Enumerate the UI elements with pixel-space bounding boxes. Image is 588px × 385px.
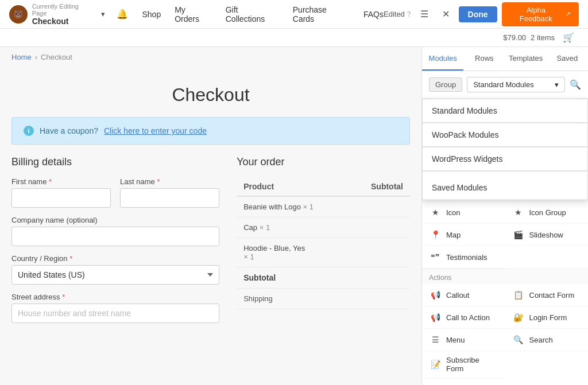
first-name-field: First name * [11,177,111,208]
module-search[interactable]: 🔍 Search [505,329,589,351]
company-input[interactable] [11,227,219,246]
company-field: Company name (optional) [11,216,219,246]
dropdown-item-saved[interactable]: Saved Modules [423,176,587,200]
tab-templates[interactable]: Templates [505,47,547,71]
module-contact-form[interactable]: 📋 Contact Form [505,284,589,306]
shipping-label: Shipping [237,289,349,309]
country-select[interactable]: United States (US) [11,265,219,285]
call-to-action-icon: 📢 [429,311,442,324]
module-call-to-action-label: Call to Action [446,313,490,322]
editing-info: Currently Editing Page Checkout [32,3,95,26]
table-row: Beanie with Logo × 1 [237,196,410,217]
page-selector-chevron[interactable]: ▾ [99,7,107,21]
feedback-label: Alpha Feedback [510,6,562,23]
done-button[interactable]: Done [459,6,497,22]
module-callout[interactable]: 📢 Callout [422,284,505,306]
item-name-2: Cap × 1 [237,217,349,238]
module-menu-label: Menu [446,336,465,344]
subscribe-form-icon: 📝 [429,358,442,371]
module-subscribe-form[interactable]: 📝 Subscribe Form [422,351,505,378]
company-row: Company name (optional) [11,216,219,246]
subtotal-header: Subtotal [349,177,410,196]
last-name-input[interactable] [120,188,219,208]
breadcrumb-home[interactable]: Home [11,53,32,61]
editing-page-name: Checkout [32,17,95,26]
panel-tabs: Modules Rows Templates Saved [422,47,588,71]
module-icon-label: Icon [446,208,461,217]
table-row: Hoodie - Blue, Yes × 1 [237,238,410,267]
search-icon-btn[interactable]: 🔍 [570,79,581,90]
notifications-icon[interactable]: 🔔 [112,6,133,22]
subtotal-row: Subtotal [237,267,410,289]
slideshow-icon: 🎬 [512,228,525,241]
nav-shop[interactable]: Shop [142,10,161,19]
module-subscribe-form-label: Subscribe Form [446,356,498,373]
map-icon: 📍 [429,228,442,241]
order-title: Your order [237,156,410,168]
shipping-value [349,289,410,309]
country-row: Country / Region * United States (US) [11,254,219,285]
main-layout: Home › Checkout Checkout i Have a coupon… [0,47,588,385]
nav-purchase-cards[interactable]: Purchase Cards [293,5,350,24]
tab-saved[interactable]: Saved [547,47,588,71]
section-title-actions: Actions [422,269,588,284]
country-label: Country / Region * [11,254,219,263]
nav-faqs[interactable]: FAQs [363,10,384,19]
nav-gift-collections[interactable]: Gift Collections [226,5,279,24]
coupon-link[interactable]: Click here to enter your code [104,126,207,135]
breadcrumb-current: Checkout [41,53,72,61]
group-dropdown-value: Standard Modules [473,80,534,89]
module-grid-actions: 📢 Callout 📋 Contact Form 📢 Call to Actio… [422,284,588,378]
required-star-4: * [62,293,65,301]
search-icon: 🔍 [512,333,525,346]
billing-section: Billing details First name * Last name * [11,156,219,331]
module-login-form-label: Login Form [529,313,567,322]
module-menu[interactable]: ☰ Menu [422,329,505,351]
module-slideshow[interactable]: 🎬 Slideshow [505,224,589,246]
cart-bar: $79.00 2 items 🛒 [0,29,588,47]
logo-area: 🐻 Currently Editing Page Checkout ▾ 🔔 [9,3,133,26]
module-search-label: Search [529,336,553,344]
subtotal-value [349,267,410,289]
table-row: Cap × 1 [237,217,410,238]
close-icon-btn[interactable]: ✕ [438,6,454,22]
module-call-to-action[interactable]: 📢 Call to Action [422,306,505,329]
street-row: Street address * [11,293,219,323]
login-form-icon: 🔐 [512,311,525,324]
module-icon[interactable]: ★ Icon [422,201,505,224]
street-input[interactable] [11,304,219,323]
callout-icon: 📢 [429,289,442,301]
item-name-1: Beanie with Logo × 1 [237,196,349,217]
first-name-input[interactable] [11,188,111,208]
subtotal-label: Subtotal [237,267,349,289]
top-bar-right: Edited ? ☰ ✕ Done Alpha Feedback ↗ [384,2,579,26]
right-panel: Modules Rows Templates Saved Group Stand… [421,47,588,385]
group-dropdown[interactable]: Standard Modules ▾ [467,77,565,92]
street-label: Street address * [11,293,219,301]
item-price-2 [349,217,410,238]
dropdown-item-standard[interactable]: Standard Modules [423,99,587,123]
info-icon: i [24,126,34,136]
list-icon-btn[interactable]: ☰ [416,6,433,22]
item-name-3: Hoodie - Blue, Yes × 1 [237,238,349,267]
checkout-body: Billing details First name * Last name * [0,156,421,343]
module-login-form[interactable]: 🔐 Login Form [505,306,589,329]
tab-modules[interactable]: Modules [422,47,463,71]
cart-price: $79.00 [503,33,526,42]
dropdown-item-wordpress[interactable]: WordPress Widgets [423,147,587,172]
tab-rows[interactable]: Rows [463,47,505,71]
group-selector: Group Standard Modules ▾ 🔍 [422,71,588,99]
module-map[interactable]: 📍 Map [422,224,505,246]
nav-my-orders[interactable]: My Orders [175,5,212,24]
alpha-feedback-button[interactable]: Alpha Feedback ↗ [502,2,579,26]
dropdown-overlay: Standard Modules WooPack Modules WordPre… [422,99,588,200]
chevron-down-icon: ▾ [555,80,559,89]
module-contact-form-label: Contact Form [529,291,575,300]
module-icon-group[interactable]: ★ Icon Group [505,201,589,224]
country-field: Country / Region * United States (US) [11,254,219,285]
module-testimonials[interactable]: ❝❞ Testimonials [422,246,505,269]
item-price-3 [349,238,410,267]
dropdown-item-woopack[interactable]: WooPack Modules [423,123,587,147]
testimonials-icon: ❝❞ [429,251,442,263]
icon-group-icon: ★ [512,206,525,219]
